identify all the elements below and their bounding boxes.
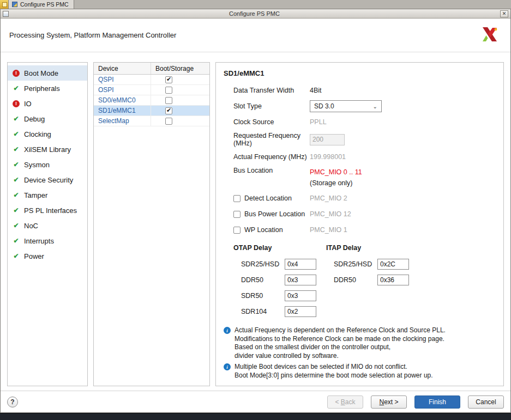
sidebar-item-noc[interactable]: ✔ NoC	[8, 218, 87, 233]
xilinx-logo-icon	[480, 26, 498, 44]
check-icon: ✔	[13, 222, 20, 229]
back-label-post: ack	[345, 398, 356, 406]
table-row-sd1-emmc1[interactable]: SD1/eMMC1	[94, 106, 209, 116]
sidebar-item-label: Clocking	[24, 130, 51, 138]
sidebar-item-label: Tamper	[24, 191, 47, 199]
dialog-footer: ? < Back Next > Finish Cancel	[1, 391, 510, 412]
sidebar-item-label: Interrupts	[24, 237, 54, 245]
boot-storage-checkbox-qspi[interactable]	[165, 76, 172, 83]
device-link-selectmap[interactable]: SelectMap	[98, 117, 129, 125]
sidebar-item-sysmon[interactable]: ✔ Sysmon	[8, 157, 87, 172]
sidebar-item-ps-pl-interfaces[interactable]: ✔ PS PL Interfaces	[8, 203, 87, 218]
check-icon: ✔	[13, 131, 20, 138]
help-button[interactable]: ?	[7, 397, 18, 407]
close-button[interactable]: ✕	[500, 10, 508, 17]
info-icon: i	[224, 327, 231, 334]
back-label-key: B	[341, 398, 345, 406]
finish-button[interactable]: Finish	[414, 395, 460, 409]
check-icon: ✔	[13, 176, 20, 184]
info-notes: i Actual Frequency is dependent on the R…	[224, 326, 496, 381]
otap-ddr50-input[interactable]	[285, 275, 316, 285]
table-row-ospi[interactable]: OSPI	[94, 85, 209, 95]
device-link-sd0-emmc0[interactable]: SD0/eMMC0	[98, 96, 136, 104]
field-bus-location: Bus Location PMC_MIO 0 .. 11 (Storage on…	[233, 167, 496, 188]
sidebar-item-label: PS PL Interfaces	[24, 206, 77, 215]
sidebar-item-label: Power	[24, 252, 44, 260]
field-data-transfer-width: Data Transfer Width 4Bit	[233, 84, 496, 96]
sidebar-item-xilsem-library[interactable]: ✔ XilSEM Library	[8, 142, 87, 157]
cancel-button[interactable]: Cancel	[468, 395, 504, 409]
close-icon: ✕	[502, 11, 507, 16]
boot-storage-checkbox-selectmap[interactable]	[165, 118, 172, 125]
bus-power-location-checkbox[interactable]	[233, 211, 241, 218]
taskbar-app-icon[interactable]	[0, 0, 9, 9]
check-icon: ✔	[13, 238, 20, 245]
column-header-device: Device	[94, 63, 151, 74]
dialog-content: ! Boot Mode ✔ Peripherals ! IO ✔ Debug ✔	[1, 52, 510, 391]
error-icon: !	[13, 70, 20, 77]
otap-sdr50-input[interactable]	[285, 290, 316, 301]
sidebar-item-label: Boot Mode	[24, 69, 58, 77]
otap-row-sdr25-hsd: SDR25/HSD	[241, 259, 326, 270]
boot-storage-checkbox-sd1-emmc1[interactable]	[165, 107, 172, 114]
field-slot-type: Slot Type SD 3.0 ⌄	[233, 100, 496, 112]
device-link-qspi[interactable]: QSPI	[98, 76, 114, 83]
boot-storage-checkbox-ospi[interactable]	[165, 87, 172, 94]
itap-ddr50-input[interactable]	[377, 275, 409, 285]
field-label: Bus Location	[233, 167, 310, 174]
sidebar-item-device-security[interactable]: ✔ Device Security	[8, 172, 87, 187]
itap-delay-group: ITAP Delay SDR25/HSD DDR50	[326, 244, 419, 322]
device-link-ospi[interactable]: OSPI	[98, 86, 114, 94]
field-wp-location: WP Location PMC_MIO 1	[233, 224, 496, 236]
field-value: PMC_MIO 2	[310, 194, 347, 202]
sidebar-item-io[interactable]: ! IO	[8, 96, 87, 111]
delay-label: DDR50	[241, 276, 285, 284]
chevron-down-icon: ⌄	[373, 104, 377, 109]
sidebar-item-debug[interactable]: ✔ Debug	[8, 111, 87, 126]
delay-label: SDR25/HSD	[241, 260, 285, 268]
note-text: Actual Frequency is dependent on the Ref…	[235, 326, 446, 360]
sidebar-item-label: Peripherals	[24, 84, 60, 93]
configure-ps-pmc-window: Configure PS PMC ✕ Processing System, Pl…	[0, 9, 511, 413]
field-label: Bus Power Location	[244, 210, 305, 218]
otap-delay-title: OTAP Delay	[233, 244, 326, 252]
next-button[interactable]: Next >	[371, 395, 407, 409]
next-label-post: ext >	[384, 398, 398, 406]
field-bus-power-location: Bus Power Location PMC_MIO 12	[233, 208, 496, 220]
taskbar-tab[interactable]: Configure PS PMC	[9, 0, 74, 9]
field-label: Requested Frequency (MHz)	[233, 132, 310, 147]
note-text: Multiple Boot devices can be selected if…	[235, 363, 433, 380]
sidebar-item-label: XilSEM Library	[24, 145, 71, 154]
check-icon: ✔	[13, 115, 20, 123]
titlebar: Configure PS PMC ✕	[1, 9, 510, 19]
otap-row-ddr50: DDR50	[241, 275, 326, 285]
sidebar-item-interrupts[interactable]: ✔ Interrupts	[8, 233, 87, 248]
sidebar-item-boot-mode[interactable]: ! Boot Mode	[8, 65, 87, 81]
tab-app-icon	[12, 2, 17, 7]
delay-label: DDR50	[334, 276, 377, 284]
otap-sdr104-input[interactable]	[285, 306, 316, 317]
delay-label: SDR104	[241, 308, 285, 315]
field-clock-source: Clock Source PPLL	[233, 116, 496, 128]
table-row-sd0-emmc0[interactable]: SD0/eMMC0	[94, 95, 209, 106]
itap-sdr25-hsd-input[interactable]	[377, 259, 409, 270]
sidebar-item-power[interactable]: ✔ Power	[8, 248, 87, 264]
sidebar-item-peripherals[interactable]: ✔ Peripherals	[8, 81, 87, 96]
wp-location-checkbox[interactable]	[233, 227, 241, 234]
device-link-sd1-emmc1[interactable]: SD1/eMMC1	[98, 107, 136, 114]
sidebar-item-tamper[interactable]: ✔ Tamper	[8, 187, 87, 203]
back-label-pre: <	[335, 398, 340, 406]
check-icon: ✔	[13, 253, 20, 260]
slot-type-dropdown[interactable]: SD 3.0 ⌄	[310, 100, 382, 112]
table-row-qspi[interactable]: QSPI	[94, 75, 209, 85]
requested-frequency-input	[310, 134, 345, 145]
boot-storage-checkbox-sd0-emmc0[interactable]	[165, 97, 172, 104]
table-row-selectmap[interactable]: SelectMap	[94, 116, 209, 126]
error-icon: !	[13, 100, 20, 107]
detect-location-checkbox[interactable]	[233, 195, 241, 202]
otap-sdr25-hsd-input[interactable]	[285, 259, 316, 270]
window-menu-icon[interactable]	[3, 11, 9, 17]
sidebar-item-clocking[interactable]: ✔ Clocking	[8, 126, 87, 142]
note-actual-frequency: i Actual Frequency is dependent on the R…	[224, 326, 496, 360]
check-icon: ✔	[13, 85, 20, 92]
